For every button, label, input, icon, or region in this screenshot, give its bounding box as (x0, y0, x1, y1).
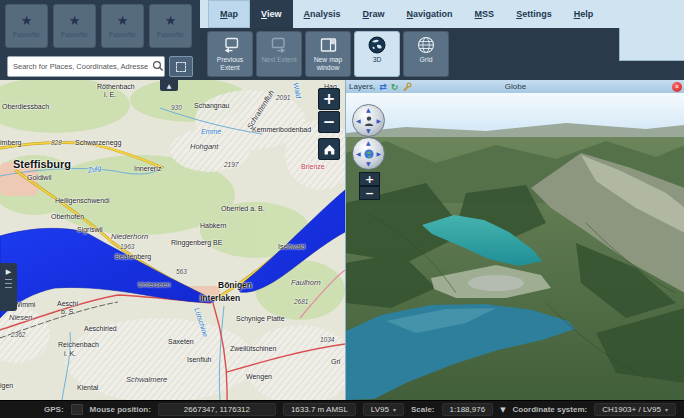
ribbon-button-label: New map window (306, 56, 350, 71)
person-icon (363, 115, 375, 127)
ribbon-button-label: Grid (404, 56, 448, 64)
layer-swap-icon[interactable]: ⇄ (379, 82, 387, 92)
globe-window: Layers, ⇄ ↻ Globe × (345, 80, 684, 400)
menu-tab-map[interactable]: Map (208, 0, 250, 28)
close-icon[interactable]: × (672, 82, 682, 92)
arrow-left-icon: ◀ (356, 151, 361, 157)
map-collapse-button[interactable]: ▲ (160, 80, 178, 91)
map-zoom-in-button[interactable]: + (318, 88, 340, 110)
globe-3d-icon (368, 36, 386, 54)
map-home-button[interactable] (318, 138, 340, 160)
scale-value: 1:188,976 (442, 403, 494, 416)
globe-3d-viewport[interactable]: ▲ ▼ ◀ ▶ ▲ ▼ ◀ ▶ + − (346, 93, 684, 400)
favorites-toolbar: ★Favorite★Favorite★Favorite★Favorite (0, 0, 200, 52)
chevron-down-icon: ▾ (393, 406, 396, 413)
search-bar (0, 52, 200, 80)
favorite-button-2[interactable]: ★Favorite (53, 4, 96, 48)
favorite-label: Favorite (109, 30, 136, 39)
tools-icon[interactable] (402, 82, 412, 92)
menu-tab-analysis[interactable]: Analysis (293, 0, 352, 28)
map-zoom-out-button[interactable]: − (318, 111, 340, 133)
next-extent-button[interactable]: Next Extent (256, 31, 302, 77)
favorite-button-4[interactable]: ★Favorite (149, 4, 192, 48)
star-icon: ★ (117, 14, 129, 27)
elevation-value: 1633.7 m AMSL (283, 403, 356, 416)
menu-bar: MapViewAnalysisDrawNavigationMSSSettings… (200, 0, 684, 28)
application-window: ★Favorite★Favorite★Favorite★Favorite Map… (0, 0, 684, 418)
pan-navigation-sphere[interactable]: ▲ ▼ ◀ ▶ (352, 137, 385, 170)
ribbon-toolbar: Previous ExtentNext ExtentNew map window… (200, 28, 684, 80)
sidebar-expand-tab[interactable]: ▶ (0, 263, 17, 311)
search-icon (152, 60, 164, 72)
arrow-down-icon: ▼ (366, 128, 371, 134)
favorite-button-1[interactable]: ★Favorite (5, 4, 48, 48)
grid-globe-icon (417, 36, 435, 54)
favorite-button-3[interactable]: ★Favorite (101, 4, 144, 48)
gps-label: GPS: (44, 405, 64, 414)
new-map-window-button[interactable]: New map window (305, 31, 351, 77)
layers-label: Layers, (349, 82, 375, 91)
coordinate-system-label: Coordinate system: (513, 405, 588, 414)
topo-map-canvas (0, 80, 345, 400)
search-input[interactable] (7, 56, 165, 77)
status-bar: GPS: Mouse position: 2667347, 1176312 16… (0, 400, 684, 418)
arrow-right-icon: ▶ (376, 118, 381, 124)
menu-tab-settings[interactable]: Settings (505, 0, 563, 28)
previous-extent-icon (221, 36, 240, 54)
sync-icon[interactable]: ↻ (391, 82, 399, 92)
favorite-label: Favorite (13, 30, 40, 39)
mini-globe-icon (363, 148, 375, 160)
ribbon-button-label: Previous Extent (208, 56, 252, 71)
ribbon-button-label: Next Extent (257, 56, 301, 64)
globe-zoom-out-button[interactable]: − (359, 186, 380, 200)
ribbon-button-label: 3D (355, 56, 399, 64)
favorite-label: Favorite (157, 30, 184, 39)
ribbon-empty-group (619, 28, 684, 61)
coordinate-system-dropdown[interactable]: CH1903+ / LV95 ▾ (594, 403, 676, 416)
menu-tab-draw[interactable]: Draw (352, 0, 396, 28)
gps-indicator[interactable] (71, 404, 83, 415)
arrow-right-icon: ▶ (376, 151, 381, 157)
terrain-3d-canvas (346, 93, 684, 400)
globe-window-titlebar[interactable]: Layers, ⇄ ↻ Globe × (346, 80, 684, 93)
home-icon (323, 143, 336, 156)
new-map-window-icon (319, 36, 338, 54)
next-extent-icon (270, 36, 289, 54)
scale-label: Scale: (411, 405, 435, 414)
globe-zoom-in-button[interactable]: + (359, 172, 380, 186)
mouse-position-value: 2667347, 1176312 (158, 403, 276, 416)
expand-arrow-icon: ▶ (6, 268, 11, 276)
star-icon: ★ (69, 14, 81, 27)
star-icon: ★ (21, 14, 33, 27)
star-icon: ★ (165, 14, 177, 27)
marquee-icon (176, 62, 186, 72)
menu-tab-mss[interactable]: MSS (464, 0, 506, 28)
chevron-down-icon: ▾ (665, 406, 668, 413)
favorite-label: Favorite (61, 30, 88, 39)
arrow-down-icon: ▼ (366, 161, 371, 167)
map-2d-viewport[interactable]: OberdiessbachRöthenbachi. E.imberg828Sch… (0, 80, 345, 400)
mouse-position-label: Mouse position: (90, 405, 151, 414)
menu-tab-navigation[interactable]: Navigation (396, 0, 464, 28)
frame-dropdown[interactable]: LV95 ▾ (363, 403, 404, 416)
spatial-select-button[interactable] (169, 56, 193, 77)
3d-button[interactable]: 3D (354, 31, 400, 77)
grid-button[interactable]: Grid (403, 31, 449, 77)
arrow-up-icon: ▲ (366, 140, 371, 146)
previous-extent-button[interactable]: Previous Extent (207, 31, 253, 77)
look-navigation-sphere[interactable]: ▲ ▼ ◀ ▶ (352, 104, 385, 137)
menu-tab-view[interactable]: View (250, 0, 293, 28)
scale-dropdown-icon[interactable]: ▼ (500, 406, 505, 414)
arrow-up-icon: ▲ (366, 107, 371, 113)
menu-tab-help[interactable]: Help (563, 0, 605, 28)
arrow-left-icon: ◀ (356, 118, 361, 124)
